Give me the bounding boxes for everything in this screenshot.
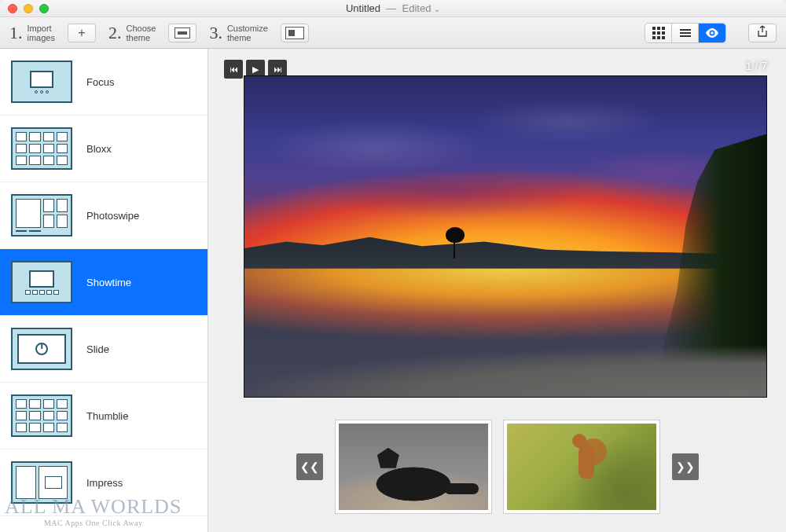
thumbnail-strip: ❮❮ ❯❯ [208,420,786,513]
title-dropdown-icon[interactable]: ⌄ [434,5,440,13]
thumbs-next-button[interactable]: ❯❯ [672,453,699,480]
slide-counter: 1 / 7 [746,60,767,72]
skip-back-icon: ⏮ [230,64,238,74]
grid-icon [652,27,665,39]
theme-thumb-bloxx [11,127,72,170]
step-1-number: 1. [9,23,23,43]
window-titlebar: Untitled — Edited ⌄ [0,0,786,17]
step-2-label: Choose theme [126,24,156,42]
first-button[interactable]: ⏮ [224,60,243,79]
step-2-number: 2. [108,23,122,43]
theme-item-impress[interactable]: Impress [0,449,208,516]
hero-image[interactable] [244,75,767,398]
thumbs-prev-button[interactable]: ❮❮ [296,453,323,480]
zoom-window-button[interactable] [39,4,49,13]
thumb-2[interactable] [504,420,659,513]
theme-chip-icon [174,28,190,39]
theme-label: Impress [86,477,123,489]
step-1-import[interactable]: 1. Import images [9,23,55,43]
step-2-choose-theme[interactable]: 2. Choose theme [108,23,156,43]
theme-thumb-showtime [11,261,72,303]
play-icon: ▶ [252,64,259,75]
theme-label: Photoswipe [86,210,139,222]
step-3-number: 3. [209,23,222,43]
theme-item-photoswipe[interactable]: Photoswipe [0,182,208,249]
share-button[interactable] [748,24,777,42]
document-status: Edited [402,2,432,14]
customize-chip-icon [285,27,304,39]
choose-theme-button[interactable] [168,24,196,42]
step-3-label: Customize theme [227,24,268,42]
chevron-left-icon: ❮❮ [300,460,319,473]
window-title: Untitled — Edited ⌄ [0,2,786,14]
plus-icon: + [78,26,85,40]
theme-thumb-focus [11,61,72,103]
view-preview-button[interactable] [699,24,725,42]
theme-thumb-photoswipe [11,194,72,237]
view-list-button[interactable] [672,24,699,42]
add-images-button[interactable]: + [68,24,96,42]
theme-label: Thumblie [86,410,128,422]
minimize-window-button[interactable] [24,4,33,13]
close-window-button[interactable] [8,4,17,13]
title-separator: — [386,2,396,14]
theme-thumb-slide [11,328,72,370]
theme-item-focus[interactable]: Focus [0,49,208,116]
theme-sidebar: Focus Bloxx Photoswipe Showtime Slide [0,49,208,532]
theme-item-thumblie[interactable]: Thumblie [0,383,208,449]
theme-item-slide[interactable]: Slide [0,316,208,383]
step-1-label: Import images [28,24,55,42]
theme-label: Focus [86,76,114,88]
eye-icon [705,28,719,38]
theme-item-bloxx[interactable]: Bloxx [0,116,208,182]
preview-pane: ⏮ ▶ ⏭ 1 / 7 ❮❮ ❯❯ [208,49,786,532]
theme-label: Showtime [86,277,131,288]
chevron-right-icon: ❯❯ [676,460,695,473]
document-name: Untitled [346,2,380,14]
svg-point-0 [711,31,714,35]
window-controls [8,4,49,13]
customize-theme-button[interactable] [281,24,309,42]
theme-label: Slide [86,343,109,355]
theme-thumb-impress [11,461,72,504]
view-grid-button[interactable] [645,24,672,42]
list-icon [680,29,691,37]
toolbar: 1. Import images + 2. Choose theme 3. Cu… [0,17,786,49]
thumb-1[interactable] [336,420,491,513]
theme-label: Bloxx [86,143,112,155]
theme-item-showtime[interactable]: Showtime [0,249,208,316]
skip-forward-icon: ⏭ [274,64,282,74]
share-icon [757,25,768,40]
view-mode-segment [645,23,726,43]
theme-thumb-thumblie [11,394,72,437]
step-3-customize-theme[interactable]: 3. Customize theme [209,23,267,43]
